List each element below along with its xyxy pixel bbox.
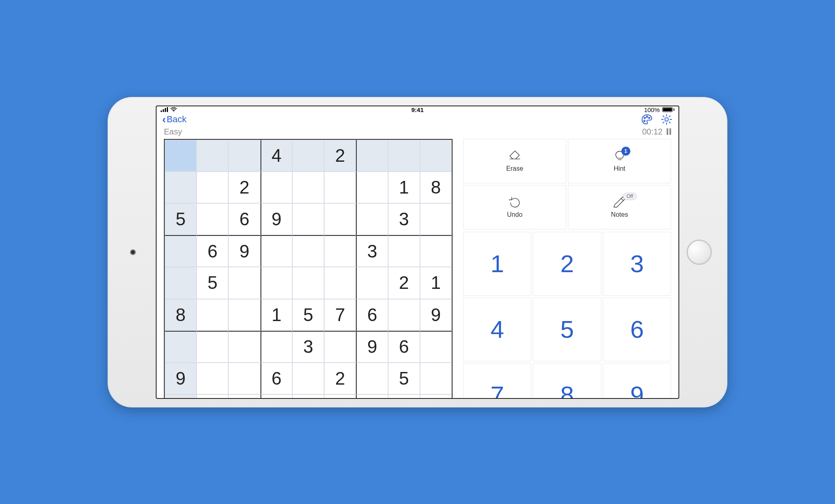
sudoku-cell[interactable] [228,299,260,331]
sudoku-cell[interactable] [197,394,228,398]
sudoku-cell[interactable] [292,203,324,235]
sudoku-cell[interactable]: 8 [420,172,452,203]
sudoku-cell[interactable] [261,394,292,398]
sudoku-cell[interactable] [228,394,260,398]
sudoku-cell[interactable]: 2 [420,394,452,398]
sudoku-cell[interactable] [197,172,228,203]
sudoku-cell[interactable]: 2 [228,172,260,203]
sudoku-cell[interactable] [420,363,452,394]
sudoku-cell[interactable]: 6 [228,203,260,235]
sudoku-cell[interactable] [324,235,356,267]
sudoku-cell[interactable] [292,140,324,172]
sudoku-cell[interactable]: 2 [388,267,420,299]
sudoku-cell[interactable]: 9 [420,299,452,331]
sudoku-cell[interactable] [324,267,356,299]
erase-button[interactable]: Erase [463,139,566,183]
sudoku-cell[interactable] [388,140,420,172]
palette-icon[interactable] [641,113,653,125]
sudoku-cell[interactable] [261,267,292,299]
sudoku-cell[interactable] [388,299,420,331]
number-button-9[interactable]: 9 [603,363,671,398]
sudoku-cell[interactable]: 1 [261,299,292,331]
number-button-8[interactable]: 8 [533,363,601,398]
sudoku-cell[interactable] [261,331,292,363]
sudoku-cell[interactable]: 2 [324,140,356,172]
sudoku-cell[interactable] [292,363,324,394]
sudoku-cell[interactable]: 8 [165,299,197,331]
sudoku-cell[interactable]: 7 [356,394,388,398]
sudoku-cell[interactable] [292,267,324,299]
sudoku-cell[interactable]: 3 [388,203,420,235]
sudoku-cell[interactable] [228,140,260,172]
sudoku-cell[interactable] [324,172,356,203]
sudoku-cell[interactable]: 3 [356,235,388,267]
number-button-5[interactable]: 5 [533,297,601,361]
sudoku-cell[interactable]: 5 [388,363,420,394]
sudoku-cell[interactable]: 1 [420,267,452,299]
sudoku-cell[interactable]: 6 [388,331,420,363]
sudoku-cell[interactable] [292,394,324,398]
sudoku-cell[interactable] [165,172,197,203]
back-button[interactable]: ‹ Back [162,114,187,125]
sudoku-cell[interactable]: 4 [261,140,292,172]
sudoku-cell[interactable] [356,203,388,235]
sudoku-cell[interactable] [165,235,197,267]
sudoku-cell[interactable] [388,235,420,267]
sudoku-cell[interactable] [165,267,197,299]
sudoku-cell[interactable]: 3 [292,331,324,363]
notes-button[interactable]: Off Notes [568,185,671,229]
sudoku-cell[interactable] [356,267,388,299]
hint-button[interactable]: 1 Hint [568,139,671,183]
number-button-7[interactable]: 7 [463,363,531,398]
sudoku-cell[interactable] [292,235,324,267]
sudoku-cell[interactable] [420,235,452,267]
sudoku-cell[interactable]: 6 [356,299,388,331]
sudoku-cell[interactable]: 5 [165,203,197,235]
sudoku-cell[interactable] [197,140,228,172]
sudoku-cell[interactable]: 5 [292,299,324,331]
sudoku-cell[interactable] [420,203,452,235]
sudoku-cell[interactable]: 9 [261,203,292,235]
app-screen: 9:41 100% ‹ Back [156,106,679,399]
sudoku-cell[interactable] [228,331,260,363]
sudoku-cell[interactable] [420,140,452,172]
settings-gear-icon[interactable] [660,113,673,125]
sudoku-cell[interactable] [420,331,452,363]
sudoku-cell[interactable] [388,394,420,398]
sudoku-cell[interactable] [324,394,356,398]
sudoku-cell[interactable]: 9 [165,363,197,394]
number-button-4[interactable]: 4 [463,297,531,361]
pause-icon[interactable] [667,128,671,135]
sudoku-cell[interactable] [165,394,197,398]
sudoku-cell[interactable] [197,203,228,235]
undo-button[interactable]: Undo [463,185,566,229]
number-button-6[interactable]: 6 [603,297,671,361]
number-button-1[interactable]: 1 [463,232,531,296]
sudoku-cell[interactable]: 6 [261,363,292,394]
sudoku-cell[interactable] [197,331,228,363]
sudoku-cell[interactable] [324,203,356,235]
sudoku-cell[interactable] [165,331,197,363]
sudoku-cell[interactable] [261,172,292,203]
sudoku-cell[interactable]: 9 [228,235,260,267]
sudoku-cell[interactable] [356,172,388,203]
sudoku-cell[interactable] [292,172,324,203]
sudoku-cell[interactable]: 1 [388,172,420,203]
sudoku-cell[interactable] [228,363,260,394]
sudoku-cell[interactable] [228,267,260,299]
sudoku-cell[interactable]: 9 [356,331,388,363]
sudoku-cell[interactable]: 7 [324,299,356,331]
sudoku-cell[interactable]: 5 [197,267,228,299]
sudoku-cell[interactable] [356,140,388,172]
sudoku-cell[interactable] [324,331,356,363]
sudoku-cell[interactable]: 6 [197,235,228,267]
sudoku-cell[interactable] [197,299,228,331]
number-button-2[interactable]: 2 [533,232,601,296]
sudoku-cell[interactable] [165,140,197,172]
sudoku-cell[interactable] [261,235,292,267]
number-button-3[interactable]: 3 [603,232,671,296]
home-button[interactable] [687,240,712,265]
sudoku-cell[interactable] [197,363,228,394]
sudoku-cell[interactable]: 2 [324,363,356,394]
sudoku-cell[interactable] [356,363,388,394]
